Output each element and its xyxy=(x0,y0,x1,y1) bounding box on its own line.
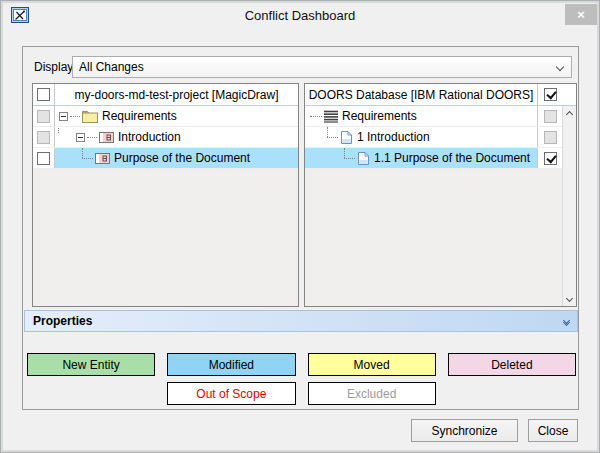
double-chevron-down-icon[interactable] xyxy=(564,318,569,325)
properties-label: Properties xyxy=(33,314,564,328)
legend-moved: Moved xyxy=(308,353,436,376)
conflict-dashboard-dialog: Conflict Dashboard × Display: All Change… xyxy=(0,0,600,453)
tree-row-selected[interactable]: Purpose of the Document xyxy=(33,148,298,169)
doors-header-title: DOORS Database [IBM Rational DOORS] xyxy=(305,88,537,102)
row-checkbox[interactable] xyxy=(37,152,50,165)
tree-item-label: 1.1 Purpose of the Document xyxy=(374,151,530,165)
tree-item-label: 1 Introduction xyxy=(357,130,430,144)
magicdraw-select-all-checkbox[interactable] xyxy=(37,88,50,101)
chevron-down-icon xyxy=(556,63,564,71)
main-panel: Display: All Changes my-doors-md-test-pr… xyxy=(22,46,579,410)
magicdraw-tree-table: my-doors-md-test-project [MagicDraw] Req… xyxy=(32,83,299,307)
tree-row[interactable]: Requirements xyxy=(305,106,576,127)
tree-item-label: Purpose of the Document xyxy=(114,151,250,165)
requirement-icon xyxy=(99,132,114,143)
magicdraw-header-row: my-doors-md-test-project [MagicDraw] xyxy=(33,84,298,106)
doors-tree-table: DOORS Database [IBM Rational DOORS] Requ xyxy=(304,83,577,307)
doors-select-all-checkbox[interactable] xyxy=(544,88,557,101)
row-checkbox xyxy=(544,131,557,144)
doors-header-row: DOORS Database [IBM Rational DOORS] xyxy=(305,84,576,106)
scroll-up-icon[interactable] xyxy=(563,106,576,122)
row-checkbox xyxy=(544,110,557,123)
legend-new-entity: New Entity xyxy=(27,353,155,376)
document-icon xyxy=(357,151,370,166)
title-bar[interactable]: Conflict Dashboard × xyxy=(1,1,599,33)
requirement-icon xyxy=(95,153,110,164)
display-label: Display: xyxy=(34,60,77,74)
tree-row[interactable]: Requirements xyxy=(33,106,298,127)
row-checkbox xyxy=(37,131,50,144)
tree-item-label: Introduction xyxy=(118,130,181,144)
close-button[interactable]: Close xyxy=(528,419,578,442)
collapse-toggle-icon[interactable] xyxy=(59,112,68,121)
tree-row-selected[interactable]: 1.1 Purpose of the Document xyxy=(305,148,576,169)
window-title: Conflict Dashboard xyxy=(1,8,599,23)
scroll-down-icon[interactable] xyxy=(563,290,576,306)
tree-row[interactable]: Introduction xyxy=(33,127,298,148)
row-checkbox[interactable] xyxy=(544,152,557,165)
tree-item-label: Requirements xyxy=(342,109,417,123)
properties-section-header[interactable]: Properties xyxy=(24,310,578,332)
legend-deleted: Deleted xyxy=(448,353,576,376)
row-checkbox xyxy=(37,110,50,123)
magicdraw-header-title: my-doors-md-test-project [MagicDraw] xyxy=(55,88,298,102)
doors-module-icon xyxy=(324,110,338,123)
synchronize-button[interactable]: Synchronize xyxy=(411,419,518,442)
document-icon xyxy=(340,130,353,145)
vertical-scrollbar[interactable] xyxy=(562,106,576,306)
folder-icon xyxy=(82,110,98,123)
window-close-icon[interactable]: × xyxy=(565,4,597,25)
legend-modified: Modified xyxy=(167,353,295,376)
display-filter-combobox[interactable]: All Changes xyxy=(72,56,572,78)
legend-excluded: Excluded xyxy=(308,382,436,405)
tree-item-label: Requirements xyxy=(102,109,177,123)
tree-row[interactable]: 1 Introduction xyxy=(305,127,576,148)
legend-out-of-scope: Out of Scope xyxy=(167,382,295,405)
display-filter-value: All Changes xyxy=(79,60,144,74)
legend: New Entity Modified Moved Deleted Out of… xyxy=(27,353,576,405)
collapse-toggle-icon[interactable] xyxy=(76,133,85,142)
